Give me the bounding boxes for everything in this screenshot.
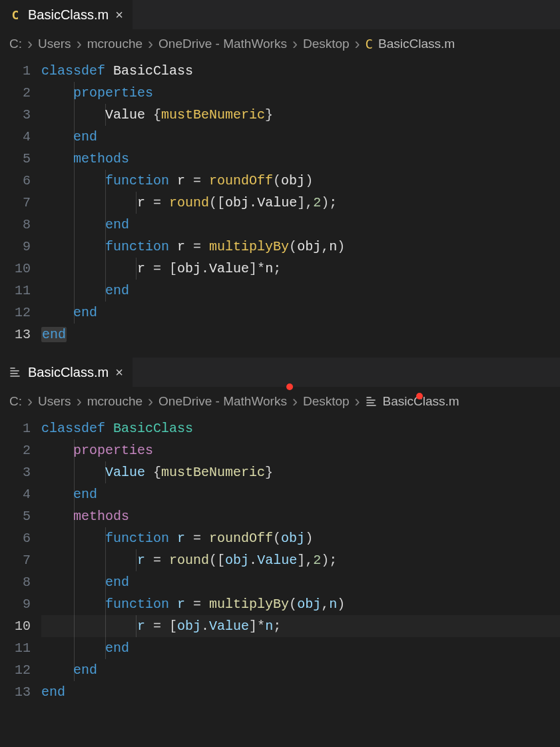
breadcrumb-segment[interactable]: Users [38,37,71,51]
line-number: 2 [0,82,31,104]
line-number: 4 [0,126,31,148]
breadcrumb-segment[interactable]: OneDrive - MathWorks [158,394,287,409]
breadcrumb-segment[interactable]: C: [9,37,22,51]
close-icon[interactable]: × [115,365,123,380]
line-number: 6 [0,527,31,549]
code-line[interactable]: Value {mustBeNumeric} [41,104,560,126]
class-file-icon: C [9,9,21,21]
tab-label: BasicClass.m [28,365,109,380]
line-number: 12 [0,659,31,681]
code-line[interactable]: function r = roundOff(obj) [41,170,560,192]
line-number: 8 [0,571,31,593]
line-number: 9 [0,236,31,258]
line-number: 3 [0,461,31,483]
code-line[interactable]: Value {mustBeNumeric} [41,461,560,483]
breadcrumb-file[interactable]: BasicClass.m [378,37,455,51]
tab-bar: CBasicClass.m× [0,0,560,29]
chevron-right-icon: › [148,392,153,411]
code-line[interactable]: end [41,302,560,324]
code-line[interactable]: function r = roundOff(obj) [41,527,560,549]
line-number: 12 [0,302,31,324]
text-file-icon [9,366,21,378]
line-number: 1 [0,417,31,439]
line-gutter: 12345678910111213 [0,60,41,346]
line-number: 11 [0,280,31,302]
close-icon[interactable]: × [115,7,123,23]
chevron-right-icon: › [355,392,360,411]
line-number: 7 [0,549,31,571]
code-line[interactable]: end [41,637,560,659]
code-line[interactable]: r = [obj.Value]*n; [41,615,560,637]
annotation-dot [416,393,423,399]
editor-tab[interactable]: BasicClass.m× [0,358,133,387]
chevron-right-icon: › [77,35,82,53]
code-line[interactable]: classdef BasicClass [41,60,560,82]
editor-tab[interactable]: CBasicClass.m× [0,0,133,29]
annotation-dot [286,383,293,390]
code-line[interactable]: properties [41,82,560,104]
line-number: 6 [0,170,31,192]
breadcrumb-segment[interactable]: Desktop [303,37,350,51]
code-line[interactable]: properties [41,439,560,461]
code-line[interactable]: r = round([obj.Value],2); [41,192,560,214]
class-file-icon: C [366,37,373,51]
line-number: 8 [0,214,31,236]
code-body[interactable]: classdef BasicClass properties Value {mu… [41,60,560,346]
line-number: 13 [0,324,31,346]
code-line[interactable]: end [41,324,560,346]
chevron-right-icon: › [292,392,298,411]
breadcrumb-segment[interactable]: Desktop [303,394,350,409]
text-file-icon [366,395,378,407]
code-line[interactable]: function r = multiplyBy(obj,n) [41,236,560,258]
code-line[interactable]: end [41,659,560,681]
chevron-right-icon: › [355,35,360,53]
line-number: 1 [0,60,31,82]
code-line[interactable]: end [41,483,560,505]
code-line[interactable]: r = round([obj.Value],2); [41,549,560,571]
line-number: 3 [0,104,31,126]
line-number: 7 [0,192,31,214]
breadcrumb: C:›Users›mcrouche›OneDrive - MathWorks›D… [0,29,560,60]
line-number: 9 [0,593,31,615]
breadcrumb: C:›Users›mcrouche›OneDrive - MathWorks›D… [0,387,560,417]
line-number: 13 [0,681,31,703]
code-line[interactable]: methods [41,148,560,170]
line-number: 11 [0,637,31,659]
breadcrumb-segment[interactable]: C: [9,394,22,409]
breadcrumb-segment[interactable]: mcrouche [87,37,142,51]
code-line[interactable]: end [41,571,560,593]
chevron-right-icon: › [148,35,153,53]
code-line[interactable]: end [41,214,560,236]
editor-pane: BasicClass.m×C:›Users›mcrouche›OneDrive … [0,358,560,715]
line-number: 4 [0,483,31,505]
chevron-right-icon: › [77,392,82,411]
code-line[interactable]: end [41,280,560,302]
line-number: 5 [0,505,31,527]
code-line[interactable]: end [41,126,560,148]
breadcrumb-segment[interactable]: mcrouche [87,394,142,409]
code-line[interactable]: function r = multiplyBy(obj,n) [41,593,560,615]
chevron-right-icon: › [27,392,33,411]
breadcrumb-segment[interactable]: OneDrive - MathWorks [158,37,287,51]
code-body[interactable]: classdef BasicClass properties Value {mu… [41,417,560,703]
chevron-right-icon: › [27,35,33,53]
line-gutter: 12345678910111213 [0,417,41,703]
editor-pane: CBasicClass.m×C:›Users›mcrouche›OneDrive… [0,0,560,358]
code-line[interactable]: classdef BasicClass [41,417,560,439]
code-area[interactable]: 12345678910111213classdef BasicClass pro… [0,417,560,715]
code-line[interactable]: methods [41,505,560,527]
breadcrumb-segment[interactable]: Users [38,394,71,409]
code-line[interactable]: r = [obj.Value]*n; [41,258,560,280]
tab-label: BasicClass.m [28,7,109,23]
tab-bar: BasicClass.m× [0,358,560,387]
line-number: 10 [0,258,31,280]
code-line[interactable]: end [41,681,560,703]
line-number: 10 [0,615,31,637]
line-number: 2 [0,439,31,461]
line-number: 5 [0,148,31,170]
chevron-right-icon: › [292,35,298,53]
code-area[interactable]: 12345678910111213classdef BasicClass pro… [0,60,560,358]
